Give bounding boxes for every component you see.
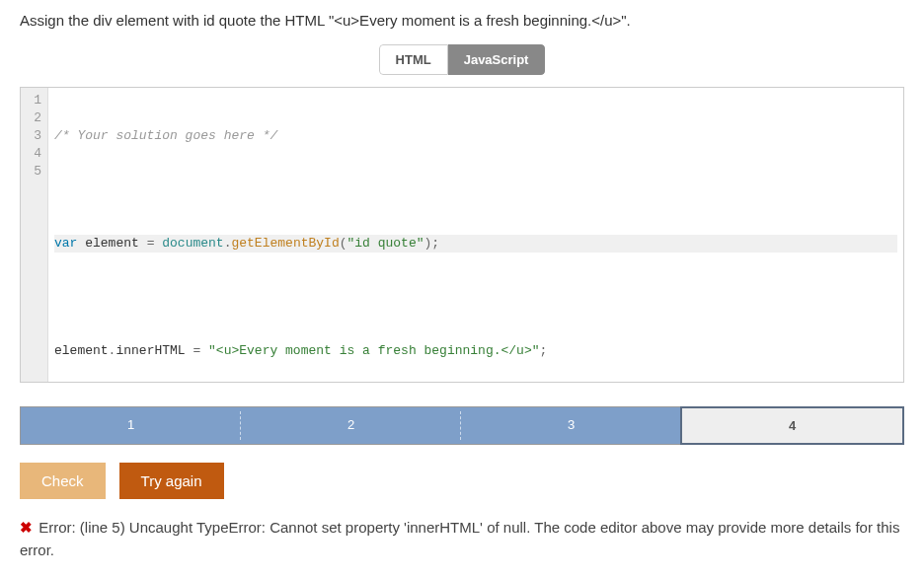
line-number: 4 (29, 145, 41, 163)
code-line (54, 181, 897, 199)
token-punct: ); (424, 236, 440, 251)
code-area[interactable]: /* Your solution goes here */ var elemen… (48, 88, 903, 382)
code-line: /* Your solution goes here */ (54, 127, 897, 145)
line-gutter: 1 2 3 4 5 (21, 88, 48, 382)
step-nav: 1 2 3 4 (20, 406, 904, 445)
code-line: var element = document.getElementById("i… (54, 235, 897, 253)
line-number: 2 (29, 109, 41, 127)
token-punct: ( (340, 236, 347, 251)
token-keyword: var (54, 236, 77, 251)
token-ident: element (54, 343, 109, 358)
error-x-icon: ✖ (20, 519, 33, 536)
code-editor[interactable]: 1 2 3 4 5 /* Your solution goes here */ … (20, 87, 904, 383)
button-row: Check Try again (20, 463, 904, 499)
step-2[interactable]: 2 (241, 407, 461, 444)
token-string: "<u>Every moment is a fresh beginning.</… (208, 343, 539, 358)
token-string: "id quote" (347, 236, 424, 251)
line-number: 5 (29, 163, 41, 181)
token-punct: = (147, 236, 163, 251)
token-punct: = (192, 343, 208, 358)
code-line (54, 289, 897, 307)
token-punct: ; (540, 343, 548, 358)
instruction-text: Assign the div element with id quote the… (20, 12, 904, 29)
step-1[interactable]: 1 (21, 407, 241, 444)
code-line: element.innerHTML = "<u>Every moment is … (54, 342, 897, 360)
step-4[interactable]: 4 (680, 406, 904, 445)
token-ident: element (77, 236, 146, 251)
tab-html[interactable]: HTML (379, 44, 448, 75)
error-message: ✖ Error: (line 5) Uncaught TypeError: Ca… (20, 517, 904, 561)
line-number: 3 (29, 127, 41, 145)
error-text: Error: (line 5) Uncaught TypeError: Cann… (20, 519, 899, 558)
tab-group: HTML JavaScript (379, 44, 546, 75)
tab-container: HTML JavaScript (20, 44, 904, 75)
comment-text: /* Your solution goes here */ (54, 128, 277, 143)
token-object: document (162, 236, 223, 251)
line-number: 1 (29, 92, 41, 109)
token-method: getElementById (231, 236, 339, 251)
check-button[interactable]: Check (20, 463, 106, 499)
step-3[interactable]: 3 (461, 407, 681, 444)
token-ident: innerHTML (116, 343, 192, 358)
tab-javascript[interactable]: JavaScript (448, 44, 546, 75)
try-again-button[interactable]: Try again (119, 463, 224, 499)
